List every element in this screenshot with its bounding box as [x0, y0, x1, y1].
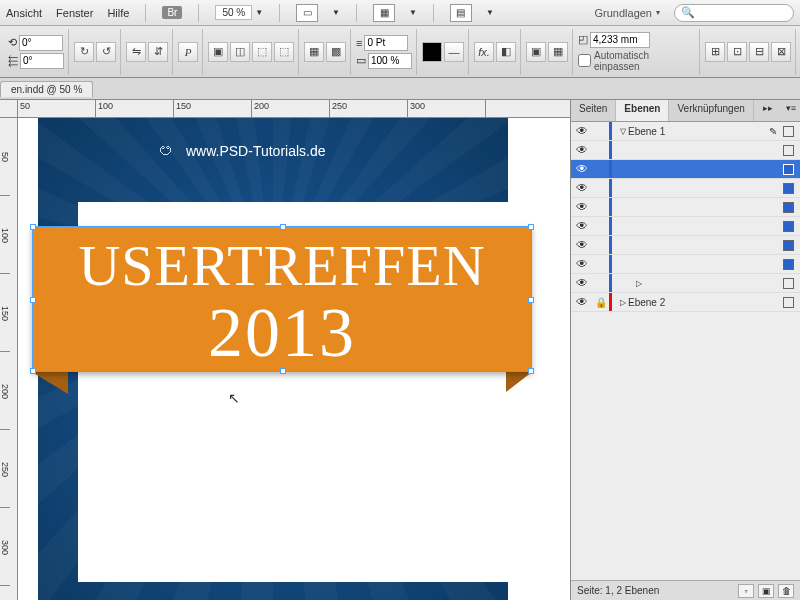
orange-banner[interactable]: USERTREFFEN 2013: [32, 226, 532, 372]
new-sublayer-button[interactable]: ▫: [738, 584, 754, 598]
document-tab[interactable]: en.indd @ 50 %: [0, 81, 93, 97]
cursor-icon: ↖: [228, 390, 240, 406]
wrap-around-button[interactable]: ▦: [548, 42, 568, 62]
center-content-button[interactable]: ⊟: [749, 42, 769, 62]
zoom-dropdown[interactable]: 50 % ▼: [215, 5, 263, 20]
scale-icon: ▭: [356, 54, 366, 67]
chevron-down-icon: ▼: [332, 8, 340, 17]
opacity-button[interactable]: ◧: [496, 42, 516, 62]
stroke-style-button[interactable]: —: [444, 42, 464, 62]
frame-width-field[interactable]: ◰: [578, 32, 695, 48]
bridge-button[interactable]: Br: [162, 6, 182, 19]
new-layer-button[interactable]: ▣: [758, 584, 774, 598]
ruler-horizontal[interactable]: 50100150200250300: [18, 100, 570, 118]
selection-square[interactable]: [783, 278, 794, 289]
disclosure-toggle[interactable]: ▷: [634, 279, 644, 288]
visibility-toggle[interactable]: 👁: [571, 181, 593, 195]
selection-square[interactable]: [783, 126, 794, 137]
layer-row[interactable]: 👁: [571, 179, 800, 198]
selection-square[interactable]: [783, 297, 794, 308]
canvas[interactable]: ᳩ www.PSD-Tutorials.de USERTREFFEN 2013: [18, 118, 570, 600]
select-content-button[interactable]: ◫: [230, 42, 250, 62]
separator: [145, 4, 146, 22]
ruler-origin[interactable]: [0, 100, 18, 118]
page-background: ᳩ www.PSD-Tutorials.de USERTREFFEN 2013: [38, 118, 508, 600]
ruler-tick: 150: [174, 100, 252, 117]
layer-row[interactable]: 👁: [571, 255, 800, 274]
fill-swatch[interactable]: [422, 42, 442, 62]
layer-row[interactable]: 👁🔒▷Ebene 2: [571, 293, 800, 312]
layer-row[interactable]: 👁: [571, 217, 800, 236]
layer-row[interactable]: 👁: [571, 160, 800, 179]
visibility-toggle[interactable]: 👁: [571, 124, 593, 138]
layer-row[interactable]: 👁: [571, 198, 800, 217]
selection-square[interactable]: [783, 164, 794, 175]
screen-mode-button[interactable]: ▭: [296, 4, 318, 22]
layer-color-bar: [609, 274, 612, 292]
panel-menu-button[interactable]: ▾≡: [782, 100, 800, 121]
selection-square[interactable]: [783, 183, 794, 194]
workspace-switcher[interactable]: Grundlagen ▾: [595, 7, 661, 19]
layer-row[interactable]: 👁: [571, 236, 800, 255]
autofit-checkbox[interactable]: Automatisch einpassen: [578, 50, 695, 72]
rotate-field-1[interactable]: ⟲: [8, 35, 64, 51]
panel-collapse-button[interactable]: ▸▸: [759, 100, 777, 121]
layer-color-bar: [609, 198, 612, 216]
text-p-icon[interactable]: P: [178, 42, 198, 62]
rotate-field-2[interactable]: ⬱: [8, 53, 64, 69]
fit-frame-button[interactable]: ⊡: [727, 42, 747, 62]
selection-square[interactable]: [783, 145, 794, 156]
visibility-toggle[interactable]: 👁: [571, 162, 593, 176]
visibility-toggle[interactable]: 👁: [571, 276, 593, 290]
ruler-tick: 100: [0, 196, 10, 274]
rotate-cw-button[interactable]: ↻: [74, 42, 94, 62]
wrap-none-button[interactable]: ▣: [526, 42, 546, 62]
layer-row[interactable]: 👁▽Ebene 1✎: [571, 122, 800, 141]
layer-row[interactable]: 👁: [571, 141, 800, 160]
search-input[interactable]: 🔍: [674, 4, 794, 22]
stroke-weight-field[interactable]: ≡: [356, 35, 412, 51]
delete-layer-button[interactable]: 🗑: [778, 584, 794, 598]
tab-layers[interactable]: Ebenen: [616, 100, 669, 121]
effects-b-button[interactable]: ▩: [326, 42, 346, 62]
visibility-toggle[interactable]: 👁: [571, 257, 593, 271]
flip-v-button[interactable]: ⇵: [148, 42, 168, 62]
selection-square[interactable]: [783, 240, 794, 251]
disclosure-toggle[interactable]: ▽: [618, 127, 628, 136]
chevron-down-icon: ▼: [409, 8, 417, 17]
visibility-toggle[interactable]: 👁: [571, 238, 593, 252]
visibility-toggle[interactable]: 👁: [571, 295, 593, 309]
tab-pages[interactable]: Seiten: [571, 100, 616, 121]
select-next-button[interactable]: ⬚: [274, 42, 294, 62]
visibility-toggle[interactable]: 👁: [571, 200, 593, 214]
select-prev-button[interactable]: ⬚: [252, 42, 272, 62]
fill-frame-button[interactable]: ⊠: [771, 42, 791, 62]
layer-color-bar: [609, 293, 612, 311]
visibility-toggle[interactable]: 👁: [571, 143, 593, 157]
layer-row[interactable]: 👁▷: [571, 274, 800, 293]
menu-view[interactable]: Ansicht: [6, 7, 42, 19]
disclosure-toggle[interactable]: ▷: [618, 298, 628, 307]
flip-h-button[interactable]: ⇋: [126, 42, 146, 62]
selection-square[interactable]: [783, 221, 794, 232]
control-bar: ⟲ ⬱ ↻ ↺ ⇋ ⇵ P ▣ ◫ ⬚ ⬚ ▦ ▩ ≡ ▭ — fx. ◧ ▣ …: [0, 26, 800, 78]
effects-a-button[interactable]: ▦: [304, 42, 324, 62]
ruler-vertical[interactable]: 50100150200250300: [0, 118, 18, 600]
scale-field[interactable]: ▭: [356, 53, 412, 69]
layer-name[interactable]: Ebene 2: [628, 297, 769, 308]
selection-square[interactable]: [783, 259, 794, 270]
rotate-icon: ⟲: [8, 36, 17, 49]
menu-window[interactable]: Fenster: [56, 7, 93, 19]
tab-links[interactable]: Verknüpfungen: [669, 100, 753, 121]
rotate-ccw-button[interactable]: ↺: [96, 42, 116, 62]
layer-name[interactable]: Ebene 1: [628, 126, 769, 137]
menu-help[interactable]: Hilfe: [107, 7, 129, 19]
lock-toggle[interactable]: 🔒: [593, 297, 609, 308]
fit-content-button[interactable]: ⊞: [705, 42, 725, 62]
view-options-button[interactable]: ▤: [450, 4, 472, 22]
selection-square[interactable]: [783, 202, 794, 213]
fx-button[interactable]: fx.: [474, 42, 494, 62]
select-container-button[interactable]: ▣: [208, 42, 228, 62]
arrange-button[interactable]: ▦: [373, 4, 395, 22]
visibility-toggle[interactable]: 👁: [571, 219, 593, 233]
